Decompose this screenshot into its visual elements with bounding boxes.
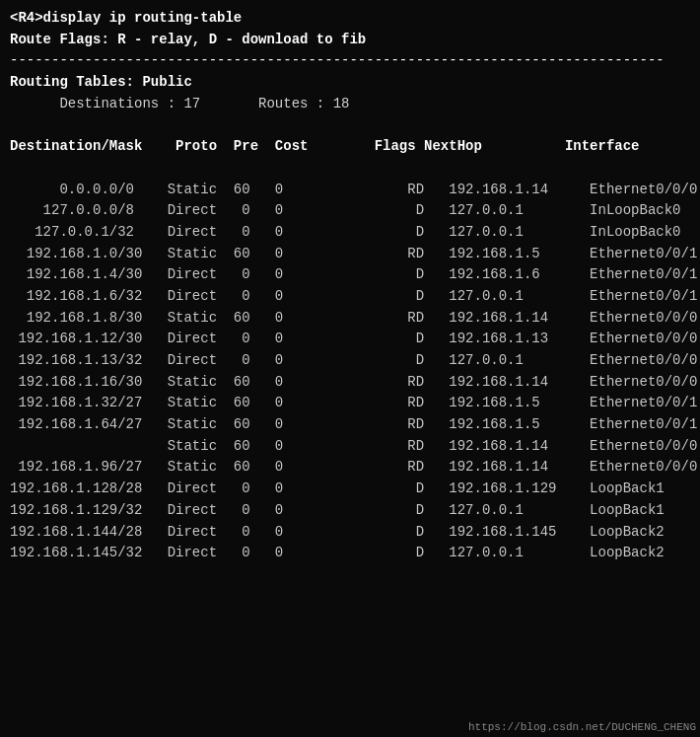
- terminal-output: <R4>display ip routing-table Route Flags…: [10, 8, 690, 564]
- table-row: 127.0.0.0/8 Direct 0 0 D 127.0.0.1 InLoo…: [10, 200, 690, 222]
- table-row: 192.168.1.6/32 Direct 0 0 D 127.0.0.1 Et…: [10, 286, 690, 308]
- table-row: 192.168.1.128/28 Direct 0 0 D 192.168.1.…: [10, 479, 690, 500]
- table-row: 192.168.1.32/27 Static 60 0 RD 192.168.1…: [10, 393, 690, 414]
- table-row: 0.0.0.0/0 Static 60 0 RD 192.168.1.14 Et…: [10, 180, 690, 201]
- table-row: 192.168.1.64/27 Static 60 0 RD 192.168.1…: [10, 414, 690, 436]
- summary-line: Destinations : 17 Routes : 18: [10, 94, 690, 115]
- table-row: 192.168.1.16/30 Static 60 0 RD 192.168.1…: [10, 372, 690, 394]
- divider: ----------------------------------------…: [10, 50, 690, 72]
- data-rows-container: 0.0.0.0/0 Static 60 0 RD 192.168.1.14 Et…: [10, 180, 690, 564]
- table-row: 192.168.1.144/28 Direct 0 0 D 192.168.1.…: [10, 522, 690, 544]
- blank1: [10, 114, 690, 136]
- table-row: 192.168.1.13/32 Direct 0 0 D 127.0.0.1 E…: [10, 350, 690, 372]
- watermark: https://blog.csdn.net/DUCHENG_CHENG: [468, 721, 696, 733]
- command-line: <R4>display ip routing-table: [10, 8, 690, 30]
- table-header: Destination/Mask Proto Pre Cost Flags Ne…: [10, 136, 690, 158]
- table-row: 192.168.1.8/30 Static 60 0 RD 192.168.1.…: [10, 308, 690, 330]
- table-row: 127.0.0.1/32 Direct 0 0 D 127.0.0.1 InLo…: [10, 222, 690, 244]
- table-row: Static 60 0 RD 192.168.1.14 Ethernet0/0/…: [10, 436, 690, 458]
- table-row: 192.168.1.4/30 Direct 0 0 D 192.168.1.6 …: [10, 264, 690, 286]
- route-flags: Route Flags: R - relay, D - download to …: [10, 30, 690, 51]
- routing-tables-label: Routing Tables: Public: [10, 72, 690, 94]
- table-row: 192.168.1.12/30 Direct 0 0 D 192.168.1.1…: [10, 329, 690, 350]
- blank2: [10, 158, 690, 180]
- table-row: 192.168.1.0/30 Static 60 0 RD 192.168.1.…: [10, 244, 690, 265]
- table-row: 192.168.1.96/27 Static 60 0 RD 192.168.1…: [10, 457, 690, 479]
- table-row: 192.168.1.129/32 Direct 0 0 D 127.0.0.1 …: [10, 500, 690, 522]
- table-row: 192.168.1.145/32 Direct 0 0 D 127.0.0.1 …: [10, 543, 690, 564]
